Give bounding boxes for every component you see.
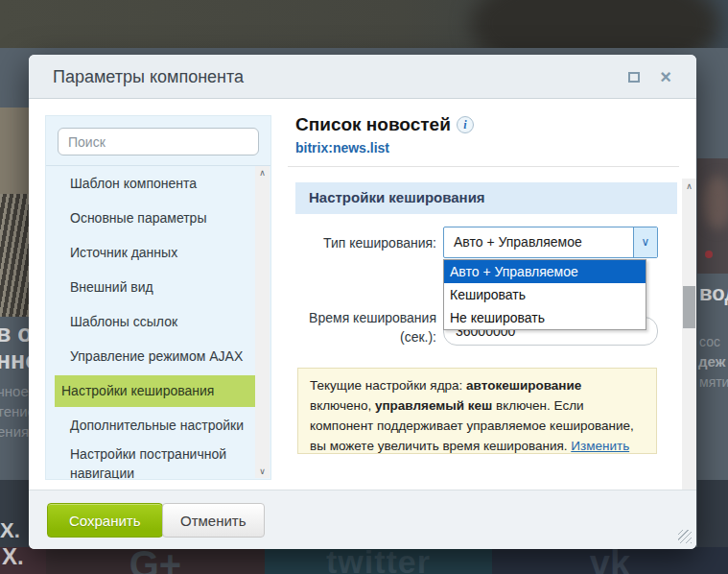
dropdown-option-cache[interactable]: Кешировать [444,283,646,306]
vk-logo: vk [492,547,728,574]
sidebar-scroll-down-icon[interactable]: ∨ [255,466,270,476]
background-left-logo: X. [0,518,20,543]
cache-type-label: Тип кеширования: [295,235,436,251]
dropdown-option-no-cache[interactable]: Не кешировать [444,306,646,329]
cache-time-label-line1: Время кеширования [309,310,436,325]
cache-type-select[interactable]: Авто + Управляемое ∨ [443,227,658,258]
background-photo-header [0,0,728,48]
background-social-tile-vk: vk [492,547,728,574]
cache-type-dropdown: Авто + Управляемое Кешировать Не кеширов… [443,259,646,330]
dialog-title: Параметры компонента [53,55,244,99]
background-right-text-bold: деж [698,353,725,370]
resize-grip[interactable] [678,530,692,543]
dialog-header: Параметры компонента × [29,55,696,99]
close-icon[interactable]: × [660,62,671,91]
background-social-bar: X. G+ twitter vk [0,547,728,574]
google-plus-logo: G+ [46,547,265,574]
background-right-text-1: сос [699,334,720,349]
sidebar-scrollbar[interactable]: ∧ ∨ [255,166,270,478]
cancel-button[interactable]: Отменить [162,503,265,538]
background-right-text-2: мяти [699,374,728,390]
sidebar-item-ajax-mode[interactable]: Управление режимом AJAX [55,339,256,373]
content-scroll-thumb[interactable] [683,286,695,328]
background-red-dot [705,251,713,258]
chevron-down-icon: ∨ [642,235,650,249]
section-heading-band: Настройки кеширования [295,182,677,214]
sidebar-item-link-templates[interactable]: Шаблоны ссылок [55,304,256,339]
background-right-heading: вод [699,281,728,306]
component-parameters-dialog: Параметры компонента × Шаблон компонента… [29,55,696,549]
background-social-tile-twitter: twitter [265,547,492,574]
background-left-text-3: ения [0,423,29,440]
background-photo-person [470,0,719,48]
cache-time-label: Время кеширования (сек.): [295,308,436,347]
component-code: bitrix:news.list [295,140,389,155]
sidebar-item-appearance[interactable]: Внешний вид [55,270,256,304]
section-heading: Настройки кеширования [295,182,677,205]
content-scrollbar[interactable]: ∧ ∨ [682,179,696,538]
sidebar-scroll-up-icon[interactable]: ∧ [255,168,270,178]
sidebar-item-additional-settings[interactable]: Дополнительные настройки [55,408,256,442]
background-social-tile-x: X. [0,547,46,574]
background-left-image-top [0,108,29,194]
settings-sidebar: Шаблон компонента Основные параметры Ист… [45,115,271,480]
component-title-row: Список новостейi [295,114,474,135]
cache-time-label-line2: (сек.): [400,329,436,345]
background-right-dark-strip [697,480,728,547]
title-divider [288,166,679,167]
background-left-image-striped [0,194,29,317]
x-logo: X. [0,547,46,570]
sidebar-list: Шаблон компонента Основные параметры Ист… [46,166,256,480]
dialog-footer: Сохранить Отменить [29,490,696,549]
maximize-icon[interactable] [628,72,640,83]
sidebar-item-data-source[interactable]: Источник данных [55,235,256,270]
component-title: Список новостей [295,114,451,134]
kernel-settings-notice: Текущие настройки ядра: автокеширование … [297,368,657,454]
cache-type-selected-value: Авто + Управляемое [454,227,582,257]
sidebar-item-main-parameters[interactable]: Основные параметры [55,201,256,235]
notice-bold-managed-cache: управляемый кеш [375,398,492,413]
select-arrow-box[interactable]: ∨ [633,227,657,257]
notice-bold-autocache: автокеширование [466,378,581,393]
save-button[interactable]: Сохранить [47,503,163,538]
background-left-text-1: чное [0,383,29,399]
notice-text-1: Текущие настройки ядра: [310,378,466,393]
content-scroll-up-icon[interactable]: ∧ [682,181,696,191]
info-icon[interactable]: i [457,116,474,133]
notice-text-2: включено, [310,398,375,413]
search-input[interactable] [58,128,259,155]
twitter-logo: twitter [265,547,492,574]
background-right-image [697,158,728,274]
sidebar-item-component-template[interactable]: Шаблон компонента [55,166,256,201]
dropdown-option-auto-managed[interactable]: Авто + Управляемое [444,260,646,283]
sidebar-item-pagination-settings[interactable]: Настройки постраничной навигации [55,442,256,480]
background-social-tile-gplus: G+ [46,547,265,574]
sidebar-item-cache-settings[interactable]: Настройки кеширования [55,375,255,407]
background-right-image-blob [703,176,728,229]
page: в од нное чное тение ения X. вод сос деж… [0,0,728,574]
